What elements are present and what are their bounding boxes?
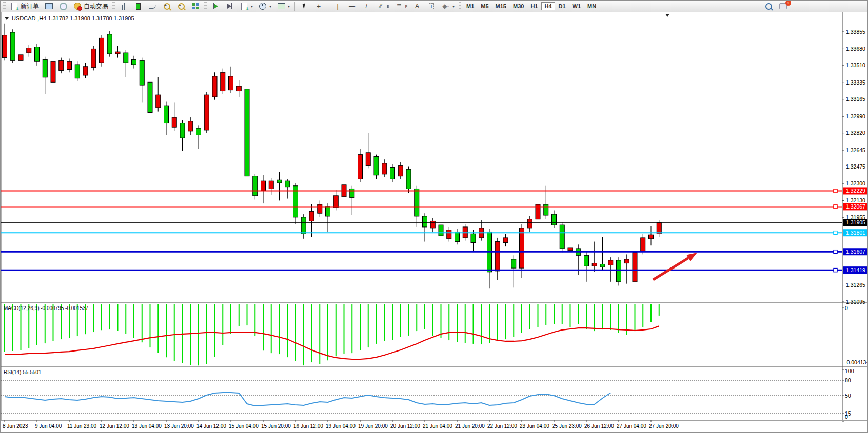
cursor-icon bbox=[300, 2, 309, 10]
signal-icon bbox=[58, 2, 68, 10]
candle-body bbox=[245, 89, 249, 176]
tile-windows-button[interactable] bbox=[189, 1, 202, 12]
hline-anchor[interactable] bbox=[834, 205, 837, 209]
chart-canvas[interactable]: 1.338551.336801.335101.333351.331651.329… bbox=[1, 12, 868, 433]
hline-anchor[interactable] bbox=[834, 231, 837, 235]
search-button[interactable] bbox=[762, 1, 775, 12]
candle-body bbox=[172, 117, 176, 127]
macd-axis-min: -0.004134 bbox=[845, 359, 868, 365]
new-order-label: 新订单 bbox=[21, 2, 39, 11]
price-tick-label: 1.33165 bbox=[846, 96, 865, 102]
date-tick-label: 20 Jun 12:00 bbox=[390, 423, 420, 429]
autotrade-icon bbox=[73, 2, 82, 10]
candle-body bbox=[527, 219, 532, 228]
candlestick-button[interactable] bbox=[131, 1, 145, 12]
date-tick-label: 9 Jun 04:00 bbox=[35, 423, 62, 429]
indicators-button[interactable]: +▾ bbox=[238, 1, 255, 12]
candle-body bbox=[51, 61, 55, 82]
candle-body bbox=[148, 82, 152, 112]
bar-chart-button[interactable] bbox=[117, 1, 130, 12]
toolbar-grip[interactable] bbox=[459, 2, 461, 10]
date-tick-label: 21 Jun 04:00 bbox=[423, 423, 452, 429]
chart-title: USDCAD-,H4 1.31782 1.31908 1.31780 1.319… bbox=[5, 15, 134, 22]
fibonacci-tool-button[interactable]: ≣F bbox=[392, 1, 409, 12]
timeframe-button-mn[interactable]: MN bbox=[584, 2, 599, 10]
candle-body bbox=[318, 204, 322, 213]
chart-shift-icon bbox=[225, 2, 234, 10]
candle-body bbox=[600, 264, 605, 267]
candle-body bbox=[447, 230, 451, 239]
chart-shift-marker[interactable] bbox=[665, 14, 669, 17]
candle-body bbox=[91, 49, 96, 67]
search-icon bbox=[764, 2, 773, 10]
zoom-out-button[interactable]: − bbox=[174, 1, 188, 12]
application-window: + 新订单 自动交易 + − +▾ ▾ ▾ + | — / ⁄⁄E ≣F A T… bbox=[0, 0, 868, 433]
timeframe-button-m15[interactable]: M15 bbox=[492, 2, 509, 10]
timeframe-button-m30[interactable]: M30 bbox=[510, 2, 527, 10]
rsi-axis-label: 80 bbox=[845, 377, 851, 383]
candle-body bbox=[27, 48, 31, 53]
label-tool-button[interactable]: T bbox=[425, 1, 438, 12]
timeframe-button-d1[interactable]: D1 bbox=[556, 2, 569, 10]
macd-indicator-label: MACD(12,26,9) -0.000795 -0.001537 bbox=[4, 305, 88, 311]
price-badge-label: 1.31905 bbox=[846, 219, 865, 225]
rsi-pane: 1008050150 bbox=[1, 368, 854, 421]
toolbar-grip[interactable] bbox=[204, 2, 207, 10]
candle-body bbox=[592, 263, 597, 266]
new-order-button[interactable]: + 新订单 bbox=[8, 1, 41, 12]
arrow-annotation[interactable] bbox=[653, 253, 697, 280]
price-tick-label: 1.33855 bbox=[846, 29, 865, 35]
candle-body bbox=[269, 181, 273, 189]
toolbar-grip[interactable] bbox=[3, 2, 6, 10]
timeframe-button-w1[interactable]: W1 bbox=[569, 2, 584, 10]
bar-chart-icon bbox=[119, 2, 128, 10]
hline-anchor[interactable] bbox=[834, 189, 837, 193]
date-tick-label: 23 Jun 04:00 bbox=[520, 423, 549, 429]
timeframe-button-h4[interactable]: H4 bbox=[541, 2, 555, 10]
chart-area[interactable]: 1.338551.336801.335101.333351.331651.329… bbox=[1, 12, 868, 433]
trendline-icon: / bbox=[362, 2, 371, 10]
clock-icon bbox=[258, 2, 267, 10]
text-tool-button[interactable]: A bbox=[410, 1, 424, 12]
candle-body bbox=[18, 55, 23, 60]
candle-body bbox=[140, 60, 144, 85]
line-chart-button[interactable] bbox=[146, 1, 159, 12]
hline-anchor[interactable] bbox=[834, 250, 837, 254]
date-tick-label: 27 Jun 04:00 bbox=[617, 423, 646, 429]
price-tick-label: 1.32990 bbox=[846, 113, 865, 119]
candles-layer bbox=[3, 24, 662, 288]
arrow-head bbox=[686, 253, 697, 261]
crosshair-tool-button[interactable]: + bbox=[312, 1, 325, 12]
candle-body bbox=[641, 238, 645, 252]
hline-anchor[interactable] bbox=[834, 269, 837, 272]
chart-shift-button[interactable] bbox=[223, 1, 236, 12]
timeframe-button-h1[interactable]: H1 bbox=[527, 2, 541, 10]
autotrade-button[interactable]: 自动交易 bbox=[71, 1, 110, 12]
market-watch-button[interactable] bbox=[42, 1, 55, 12]
shapes-tool-button[interactable]: ◆◦▾ bbox=[439, 1, 457, 12]
timeframe-button-m5[interactable]: M5 bbox=[478, 2, 491, 10]
zoom-in-button[interactable]: + bbox=[160, 1, 173, 12]
price-tick-label: 1.33680 bbox=[846, 46, 865, 52]
date-tick-label: 22 Jun 12:00 bbox=[487, 423, 517, 429]
hline-tool-button[interactable]: — bbox=[345, 1, 359, 12]
candle-body bbox=[439, 225, 443, 236]
chart-dropdown-icon[interactable] bbox=[5, 17, 9, 20]
periods-button[interactable]: ▾ bbox=[256, 1, 273, 12]
cursor-tool-button[interactable] bbox=[298, 1, 311, 12]
candle-body bbox=[406, 169, 411, 189]
line-chart-icon bbox=[148, 2, 157, 10]
vline-tool-button[interactable]: | bbox=[331, 1, 344, 12]
toolbar-grip[interactable] bbox=[112, 2, 115, 10]
signal-button[interactable] bbox=[56, 1, 70, 12]
templates-button[interactable]: ▾ bbox=[274, 1, 292, 12]
candle-body bbox=[10, 32, 15, 60]
notifications-button[interactable]: 1 bbox=[776, 1, 790, 12]
timeframe-button-m1[interactable]: M1 bbox=[463, 2, 477, 10]
date-tick-label: 25 Jun 23:00 bbox=[552, 423, 582, 429]
candle-body bbox=[59, 60, 64, 70]
auto-scroll-button[interactable] bbox=[209, 1, 222, 12]
trendline-tool-button[interactable]: / bbox=[360, 1, 373, 12]
date-tick-label: 16 Jun 12:00 bbox=[293, 423, 323, 429]
equidistant-channel-button[interactable]: ⁄⁄E bbox=[374, 1, 391, 12]
